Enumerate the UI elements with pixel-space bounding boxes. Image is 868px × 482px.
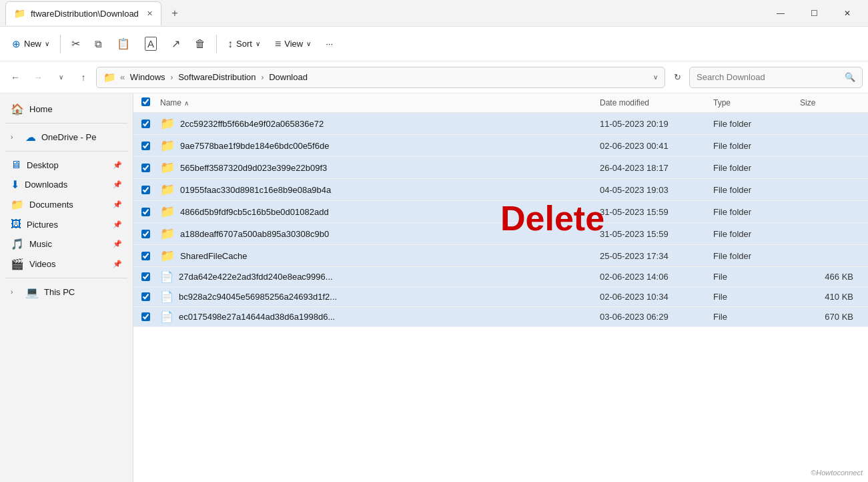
main-layout: 🏠 Home › ☁ OneDrive - Pe 🖥 Desktop 📌 ⬇ D… [0, 93, 868, 482]
rename-icon: A [145, 37, 157, 51]
table-row[interactable]: 📁SharedFileCache25-05-2023 17:34File fol… [133, 245, 868, 267]
column-size-header[interactable]: Size [800, 98, 860, 107]
file-type-cell: File folder [713, 119, 800, 129]
cut-button[interactable]: ✂ [65, 33, 87, 54]
sidebar-item-videos[interactable]: 🎬 Videos 📌 [3, 254, 130, 274]
file-checkbox[interactable] [141, 164, 150, 172]
file-checkbox[interactable] [141, 142, 150, 150]
toolbar: ⊕ New ∨ ✂ ⧉ 📋 A ↗ 🗑 ↕ Sort ∨ ≡ View ∨ ··… [0, 27, 868, 61]
search-box[interactable]: 🔍 [689, 67, 863, 88]
search-input[interactable] [697, 72, 841, 82]
title-bar: 📁 ftwareDistribution\Download ✕ + — ☐ ✕ [0, 0, 868, 27]
sidebar-item-thispc[interactable]: › 💻 This PC [3, 282, 130, 302]
maximize-button[interactable]: ☐ [799, 3, 829, 24]
file-checkbox[interactable] [141, 230, 150, 238]
file-date-cell: 03-06-2023 06:29 [600, 312, 713, 322]
select-all-checkbox[interactable] [141, 97, 150, 106]
expand-button[interactable]: ∨ [51, 67, 71, 87]
file-name-cell: 📁9ae7578bae1f9bde184e6bdc00e5f6de [160, 138, 600, 153]
table-row[interactable]: 📁a188deaff6707a500ab895a30308c9b031-05-2… [133, 223, 868, 245]
more-button[interactable]: ··· [319, 35, 340, 53]
table-row[interactable]: 📁4866d5b9fdf9cb5c16b5be0d01082add31-05-2… [133, 201, 868, 223]
sort-label: Sort [236, 39, 252, 49]
file-date-cell: 04-05-2023 19:03 [600, 185, 713, 195]
file-checkbox[interactable] [141, 292, 150, 301]
sort-button[interactable]: ↕ Sort ∨ [221, 34, 267, 54]
sidebar-item-downloads[interactable]: ⬇ Downloads 📌 [3, 175, 130, 194]
breadcrumb-sep-2: › [261, 72, 264, 82]
sidebar-item-pictures-label: Pictures [27, 220, 58, 230]
file-size-cell: 466 KB [800, 272, 860, 282]
file-checkbox[interactable] [141, 119, 150, 128]
new-tab-button[interactable]: + [165, 4, 184, 23]
documents-icon: 📁 [11, 198, 24, 211]
refresh-button[interactable]: ↻ [668, 68, 687, 87]
sidebar-item-music-label: Music [29, 239, 52, 249]
sidebar-item-pictures[interactable]: 🖼 Pictures 📌 [3, 215, 130, 234]
sidebar-item-thispc-label: This PC [44, 287, 75, 297]
home-icon: 🏠 [11, 103, 24, 115]
back-button[interactable]: ← [5, 67, 25, 87]
table-row[interactable]: 📄bc928a2c94045e56985256a24693d1f2...02-0… [133, 287, 868, 307]
column-date-header[interactable]: Date modified [600, 98, 713, 107]
file-date-cell: 02-06-2023 00:41 [600, 141, 713, 151]
breadcrumb-softwaredistribution[interactable]: SoftwareDistribution [178, 72, 256, 82]
address-dropdown-icon[interactable]: ∨ [653, 73, 658, 81]
share-button[interactable]: ↗ [165, 33, 187, 54]
sidebar-item-home[interactable]: 🏠 Home [3, 99, 130, 119]
new-button[interactable]: ⊕ New ∨ [5, 34, 56, 54]
share-icon: ↗ [171, 37, 180, 50]
table-row[interactable]: 📄27da642e422e2ad3fdd240e8eac9996...02-06… [133, 267, 868, 287]
column-name-header[interactable]: Name ∧ [160, 98, 600, 107]
folder-icon: 📁 [160, 138, 175, 153]
minimize-button[interactable]: — [765, 3, 796, 24]
sidebar-item-music[interactable]: 🎵 Music 📌 [3, 234, 130, 254]
forward-button[interactable]: → [28, 67, 48, 87]
file-checkbox-cell [141, 186, 160, 194]
table-row[interactable]: 📄ec0175498e27a14644ad38d6a1998d6...03-06… [133, 307, 868, 327]
downloads-pin-icon: 📌 [113, 180, 122, 189]
name-sort-arrow: ∧ [184, 99, 189, 107]
paste-button[interactable]: 📋 [110, 33, 137, 54]
close-button[interactable]: ✕ [832, 3, 863, 24]
music-icon: 🎵 [11, 238, 24, 250]
up-button[interactable]: ↑ [73, 67, 93, 87]
breadcrumb-download[interactable]: Download [269, 72, 308, 82]
file-name-text: 4866d5b9fdf9cb5c16b5be0d01082add [180, 207, 329, 217]
file-checkbox-cell [141, 312, 160, 321]
address-box[interactable]: 📁 « Windows › SoftwareDistribution › Dow… [96, 67, 665, 88]
active-tab[interactable]: 📁 ftwareDistribution\Download ✕ [5, 1, 161, 25]
column-type-header[interactable]: Type [713, 98, 800, 107]
breadcrumb-windows[interactable]: Windows [130, 72, 165, 82]
file-checkbox[interactable] [141, 186, 150, 194]
copy-button[interactable]: ⧉ [88, 34, 109, 54]
address-folder-icon: 📁 [103, 71, 116, 83]
table-row[interactable]: 📁565beff3587320d9d023e399e22b09f326-04-2… [133, 157, 868, 179]
sidebar-item-desktop[interactable]: 🖥 Desktop 📌 [3, 156, 130, 174]
forward-icon: → [33, 72, 43, 83]
rename-button[interactable]: A [138, 33, 163, 55]
delete-icon: 🗑 [195, 38, 205, 50]
file-checkbox[interactable] [141, 208, 150, 216]
sidebar-item-documents[interactable]: 📁 Documents 📌 [3, 195, 130, 214]
view-button[interactable]: ≡ View ∨ [268, 34, 318, 54]
file-checkbox[interactable] [141, 252, 150, 260]
sidebar-separator-3 [5, 278, 127, 278]
file-date-cell: 31-05-2023 15:59 [600, 229, 713, 239]
sidebar-item-documents-label: Documents [29, 200, 73, 210]
file-name-cell: 📁SharedFileCache [160, 248, 600, 263]
separator-1 [60, 35, 61, 53]
file-name-text: bc928a2c94045e56985256a24693d1f2... [179, 292, 337, 302]
tab-close-button[interactable]: ✕ [147, 9, 153, 18]
file-checkbox[interactable] [141, 272, 150, 281]
table-row[interactable]: 📁2cc59232ffb5f66b4e9f02a065836e7211-05-2… [133, 113, 868, 135]
file-checkbox[interactable] [141, 312, 150, 321]
file-type-cell: File folder [713, 185, 800, 195]
onedrive-icon: ☁ [25, 131, 36, 144]
table-row[interactable]: 📁9ae7578bae1f9bde184e6bdc00e5f6de02-06-2… [133, 135, 868, 157]
sidebar-item-onedrive[interactable]: › ☁ OneDrive - Pe [3, 128, 130, 147]
table-row[interactable]: 📁01955faac330d8981c16e8b9e08a9b4a04-05-2… [133, 179, 868, 201]
delete-button[interactable]: 🗑 [188, 34, 212, 54]
file-checkbox-cell [141, 230, 160, 238]
file-name-text: ec0175498e27a14644ad38d6a1998d6... [179, 312, 335, 322]
